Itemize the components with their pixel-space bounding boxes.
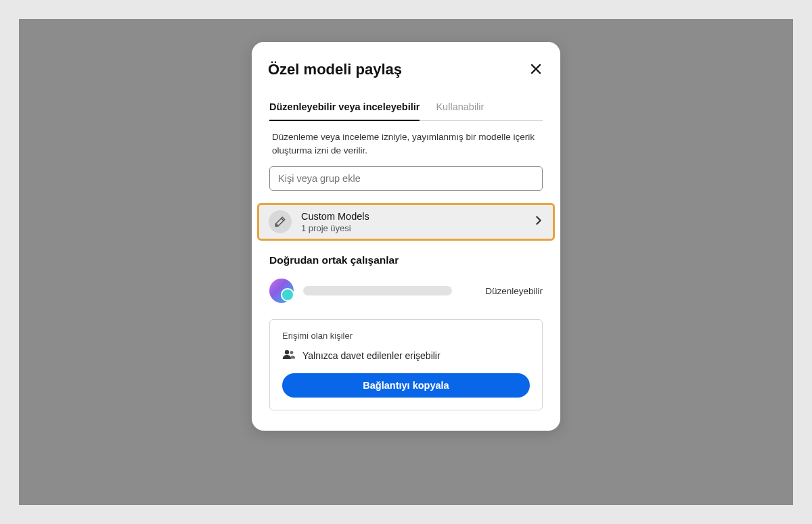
project-card-title: Custom Models <box>301 210 534 223</box>
modal-title: Özel modeli paylaş <box>268 61 402 78</box>
chevron-right-icon <box>534 216 543 228</box>
collaborator-role-label: Düzenleyebilir <box>485 286 543 296</box>
access-description: Yalnızca davet edilenler erişebilir <box>302 350 441 361</box>
collaborator-row: Düzenleyebilir <box>267 279 545 319</box>
svg-point-2 <box>276 224 277 226</box>
close-icon <box>531 64 541 74</box>
people-group-icon <box>282 349 296 362</box>
direct-collaborators-heading: Doğrudan ortak çalışanlar <box>267 254 545 279</box>
access-heading: Erişimi olan kişiler <box>282 331 530 341</box>
collaborator-name-placeholder <box>303 286 452 295</box>
modal-header: Özel modeli paylaş <box>267 59 545 95</box>
tab-edit-review[interactable]: Düzenleyebilir veya inceleyebilir <box>269 95 420 120</box>
close-button[interactable] <box>528 59 544 80</box>
svg-point-5 <box>290 351 294 354</box>
add-person-group-input[interactable] <box>269 166 543 191</box>
share-modal: Özel modeli paylaş Düzenleyebilir veya i… <box>252 42 560 431</box>
access-card: Erişimi olan kişiler Yalnızca davet edil… <box>269 319 543 410</box>
tab-usable[interactable]: Kullanabilir <box>436 95 484 120</box>
avatar <box>269 279 294 303</box>
project-card-subtitle: 1 proje üyesi <box>301 223 534 233</box>
svg-point-4 <box>285 350 289 354</box>
copy-link-button[interactable]: Bağlantıyı kopyala <box>282 373 530 398</box>
edit-pencil-icon <box>269 210 292 233</box>
project-card-custom-models[interactable]: Custom Models 1 proje üyesi <box>257 203 555 241</box>
share-tabs: Düzenleyebilir veya inceleyebilir Kullan… <box>269 95 543 121</box>
permission-helper-text: Düzenleme veya inceleme izniyle, yayımla… <box>267 130 545 166</box>
